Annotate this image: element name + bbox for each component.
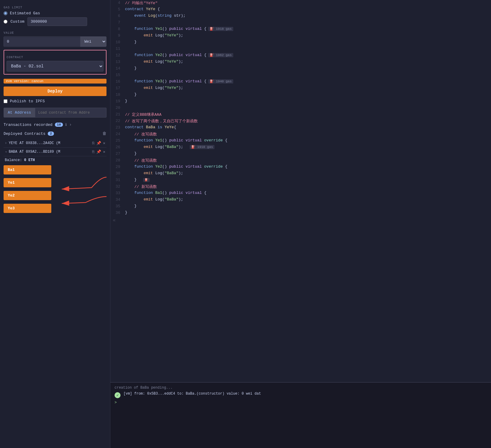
- right-panel: 4 // 均输出"YeYe" 5 contract YeYe { 6 event…: [110, 0, 491, 448]
- custom-gas-input[interactable]: [27, 17, 87, 26]
- contract-select[interactable]: BaBa - 02.sol YeYe - 01.sol: [7, 61, 104, 72]
- yeye-instance-row: › YEYE AT 0X838...2A4DC (M ⎘ 📌 ✕: [4, 139, 106, 148]
- baba-instance-row: › BABA AT 0X9A2...BD189 (M ⎘ 📌 ✕: [4, 148, 106, 156]
- terminal-vm-text: [vm] from: 0x5B3...eddC4 to: BaBa.(const…: [123, 392, 261, 396]
- code-line-26: 26 emit Log("BaBa"); ⛽ 1918 gas: [110, 144, 491, 151]
- close-icon-baba[interactable]: ✕: [103, 149, 105, 154]
- contract-label: CONTRACT: [7, 56, 104, 59]
- transactions-label: Transactions recorded: [4, 123, 53, 127]
- trash-icon[interactable]: 🗑: [102, 131, 106, 136]
- red-arrow-2: [56, 195, 109, 207]
- code-line-29: 29 function Ye2() public virtual overrid…: [110, 164, 491, 171]
- terminal: creation of BaBa pending... ✓ [vm] from:…: [110, 382, 491, 448]
- yeye-instance-name: YEYE AT 0X838...2A4DC (M: [9, 141, 90, 145]
- code-line-32: 32 // 新写函数: [110, 184, 491, 190]
- code-line-23: 23 contract BaBa is YeYe{: [110, 125, 491, 131]
- value-input[interactable]: [4, 37, 80, 46]
- deployed-contracts-header: Deployed Contracts 2 🗑: [4, 131, 106, 136]
- terminal-prompt: >: [115, 401, 487, 405]
- code-line-35: 35 }: [110, 203, 491, 210]
- code-line-20: 20: [110, 105, 491, 112]
- code-line-33: 33 function Ba1() public virtual {: [110, 190, 491, 197]
- left-panel: GAS LIMIT Estimated Gas Custom VALUE Wei…: [0, 0, 110, 448]
- copy-icon-yeye[interactable]: ⎘: [92, 141, 95, 146]
- evm-badge: evm version: cancun: [4, 79, 106, 84]
- code-editor: 4 // 均输出"YeYe" 5 contract YeYe { 6 event…: [110, 0, 491, 382]
- estimated-gas-label: Estimated Gas: [10, 11, 40, 16]
- gas-limit-section: GAS LIMIT Estimated Gas Custom: [4, 3, 106, 26]
- red-arrow-1: [56, 174, 109, 192]
- code-line-5: 5 contract YeYe {: [110, 7, 491, 13]
- code-line-27: 27 }: [110, 151, 491, 157]
- estimated-gas-row: Estimated Gas: [4, 11, 106, 16]
- at-address-row: At Address: [4, 108, 106, 118]
- value-unit-select[interactable]: Wei Gwei Finney Ether: [80, 37, 106, 47]
- value-row: Wei Gwei Finney Ether: [4, 36, 106, 47]
- code-line-19: 19 }: [110, 98, 491, 105]
- code-line-34: 34 emit Log("BaBa");: [110, 197, 491, 203]
- collapse-chevron-row[interactable]: «: [110, 217, 491, 224]
- collapse-icon[interactable]: «: [113, 218, 116, 223]
- prompt-symbol: >: [115, 401, 117, 405]
- publish-ipfs-row: Publish to IPFS: [4, 99, 106, 103]
- code-line-7: 7: [110, 20, 491, 26]
- estimated-gas-radio[interactable]: [4, 11, 7, 15]
- load-contract-input[interactable]: [35, 108, 106, 118]
- gas-limit-label: GAS LIMIT: [4, 6, 106, 9]
- publish-ipfs-label: Publish to IPFS: [10, 99, 45, 103]
- code-line-6: 6 event Log(string str);: [110, 13, 491, 20]
- code-line-10: 10 }: [110, 39, 491, 46]
- ba1-button[interactable]: Ba1: [4, 165, 51, 174]
- transactions-row[interactable]: Transactions recorded 10 ℹ ›: [4, 122, 106, 127]
- function-buttons: Ba1 Ye1 Ye2 Ye3: [4, 165, 106, 215]
- code-line-8: 8 function Ye1() public virtual {⛽ 1918 …: [110, 26, 491, 33]
- baba-instance-name: BABA AT 0X9A2...BD189 (M: [9, 150, 90, 154]
- code-line-31: 31 } ⛽: [110, 177, 491, 184]
- code-line-17: 17 emit Log("YeYe");: [110, 85, 491, 92]
- transactions-chevron-icon[interactable]: ›: [69, 122, 72, 127]
- custom-gas-row: Custom: [4, 17, 106, 26]
- terminal-pending: creation of BaBa pending...: [115, 386, 487, 390]
- code-line-25: 25 function Ye1() public virtual overrid…: [110, 138, 491, 144]
- pin-icon-yeye[interactable]: 📌: [96, 141, 101, 146]
- code-line-15: 15: [110, 72, 491, 79]
- balance-row: Balance: 0 ETH: [5, 158, 106, 162]
- ye3-button[interactable]: Ye3: [4, 204, 51, 213]
- balance-label: Balance:: [5, 158, 22, 162]
- terminal-success-row: ✓ [vm] from: 0x5B3...eddC4 to: BaBa.(con…: [115, 392, 487, 398]
- yeye-expand-arrow[interactable]: ›: [5, 141, 7, 145]
- baba-expand-arrow[interactable]: ›: [4, 151, 8, 153]
- deployed-contracts-badge: 2: [48, 132, 54, 136]
- code-line-28: 28 // 改写函数: [110, 157, 491, 164]
- code-line-13: 13 emit Log("YeYe");: [110, 59, 491, 66]
- ye1-button[interactable]: Ye1: [4, 178, 51, 187]
- at-address-button[interactable]: At Address: [4, 108, 35, 118]
- code-line-24: 24 // 改写函数: [110, 131, 491, 138]
- code-line-21: 21 // 定义BBB继承AAA: [110, 112, 491, 118]
- publish-ipfs-checkbox[interactable]: [4, 99, 7, 103]
- deploy-button[interactable]: Deploy: [4, 86, 106, 96]
- code-line-30: 30 emit Log("BaBa");: [110, 171, 491, 177]
- code-line-22: 22 // 改写了两个函数，又自己写了个新函数: [110, 118, 491, 125]
- ye2-button[interactable]: Ye2: [4, 191, 51, 200]
- pin-icon-baba[interactable]: 📌: [96, 149, 101, 154]
- code-line-36: 36 }: [110, 210, 491, 217]
- success-checkmark-icon: ✓: [115, 392, 121, 398]
- code-line-9: 9 emit Log("YeYe");: [110, 33, 491, 39]
- custom-gas-radio[interactable]: [4, 20, 7, 24]
- code-line-18: 18 }: [110, 92, 491, 98]
- value-section: VALUE Wei Gwei Finney Ether: [4, 28, 106, 47]
- transactions-badge: 10: [55, 123, 63, 127]
- close-icon-yeye[interactable]: ✕: [103, 141, 105, 146]
- value-label: VALUE: [4, 31, 106, 35]
- info-icon: ℹ: [65, 123, 67, 127]
- code-line-14: 14 }: [110, 66, 491, 72]
- code-line-4: 4 // 均输出"YeYe": [110, 0, 491, 7]
- code-line-16: 16 function Ye3() public virtual {⛽ 1940…: [110, 79, 491, 85]
- code-line-12: 12 function Ye2() public virtual {⛽ 1962…: [110, 52, 491, 59]
- deployed-contracts-title: Deployed Contracts: [4, 132, 45, 136]
- custom-label: Custom: [10, 19, 24, 24]
- contract-section: CONTRACT BaBa - 02.sol YeYe - 01.sol: [4, 50, 106, 75]
- code-line-11: 11: [110, 46, 491, 52]
- copy-icon-baba[interactable]: ⎘: [92, 150, 95, 154]
